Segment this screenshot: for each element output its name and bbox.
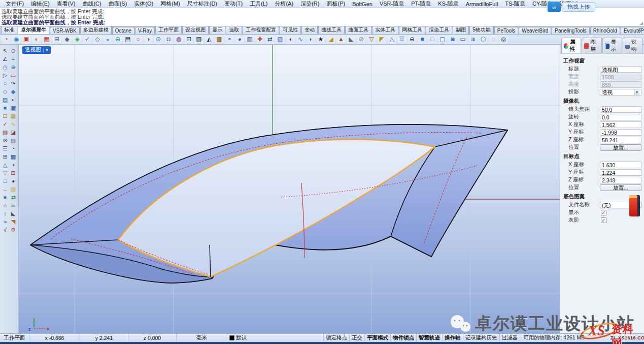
toolbar-icon[interactable]: ◆ — [62, 35, 72, 44]
toolbar-icon[interactable]: ⊖ — [408, 35, 417, 44]
toolbar-tab[interactable]: 变动 — [301, 26, 318, 34]
sidebar-tool-icon[interactable]: △ — [1, 161, 9, 169]
menu-item[interactable]: KS-随意 — [434, 0, 462, 8]
chevron-down-icon[interactable]: ▼ — [634, 89, 639, 95]
prop-value-field[interactable]: 2.348 — [600, 177, 641, 183]
prop-value-field[interactable]: 1508 — [600, 74, 641, 80]
toolbar-icon[interactable]: ▩ — [215, 35, 224, 44]
prop-value-field[interactable]: 0.0 — [600, 114, 641, 120]
toolbar-icon[interactable]: ◖ — [286, 35, 295, 44]
toolbar-icon[interactable]: ◑ — [144, 35, 153, 44]
toolbar-icon[interactable]: ◎ — [499, 35, 508, 44]
toolbar-tab[interactable]: 工作平面 — [155, 26, 182, 34]
sidebar-tool-icon[interactable]: ⊞ — [1, 152, 9, 161]
status-toggle[interactable]: 正交 — [350, 334, 365, 342]
toolbar-icon[interactable]: ⊙ — [154, 35, 163, 44]
sidebar-tool-icon[interactable]: ⌁ — [9, 55, 17, 63]
toolbar-tab[interactable]: 渲染工具 — [426, 26, 452, 34]
toolbar-icon[interactable]: ◘ — [164, 35, 173, 44]
sidebar-tool-icon[interactable]: ⊕ — [9, 63, 17, 71]
toolbar-tab[interactable]: WeaverBird — [519, 27, 551, 34]
toolbar-icon[interactable]: ▣ — [22, 35, 31, 44]
toolbar-icon[interactable]: ∿ — [296, 35, 305, 44]
menu-item[interactable]: 面板(P) — [323, 0, 349, 8]
prop-value-field[interactable]: 1.224 — [600, 169, 641, 176]
toolbar-icon[interactable]: ◌ — [489, 35, 498, 44]
sidebar-tool-icon[interactable]: ⚙ — [9, 226, 17, 234]
sidebar-tool-icon[interactable]: ⊗ — [1, 136, 9, 144]
sidebar-tool-icon[interactable]: ☰ — [1, 144, 9, 152]
sidebar-tool-icon[interactable]: ▭ — [9, 71, 17, 79]
sidebar-tool-icon[interactable]: ∠ — [1, 55, 9, 63]
prop-value-field[interactable]: 58.241 — [600, 137, 641, 143]
sidebar-tool-icon[interactable]: ◆ — [9, 87, 17, 96]
prop-value-field[interactable]: 1.630 — [600, 162, 641, 168]
sidebar-tool-icon[interactable]: ↔ — [1, 185, 9, 193]
sidebar-tool-icon[interactable]: ↖ — [1, 47, 9, 55]
toolbar-tab[interactable]: 网格工具 — [399, 26, 425, 34]
toolbar-icon[interactable]: ▭ — [458, 35, 467, 44]
toolbar-icon[interactable]: ▽ — [367, 35, 376, 44]
sidebar-tool-icon[interactable]: ◔ — [9, 144, 17, 152]
toolbar-icon[interactable]: ★ — [316, 35, 325, 44]
toolbar-tab[interactable]: RhinoGold — [590, 27, 620, 34]
menu-item[interactable]: 曲线(C) — [79, 0, 105, 8]
prop-value-field[interactable]: 859 — [600, 81, 641, 88]
panel-tab-layers[interactable]: 图层 — [582, 38, 601, 53]
menu-item[interactable]: ArmadilloFull — [462, 1, 502, 7]
prop-checkbox[interactable]: ✓ — [601, 217, 606, 223]
toolbar-icon[interactable]: ◈ — [73, 35, 82, 44]
resize-grip-icon[interactable]: ◢ — [640, 21, 643, 25]
sidebar-tool-icon[interactable]: ◷ — [1, 63, 9, 71]
toolbar-tab[interactable]: PanelingTools — [552, 27, 589, 34]
prop-checkbox[interactable]: ✓ — [601, 210, 606, 215]
toolbar-icon[interactable]: ▲ — [336, 35, 346, 44]
menu-item[interactable]: BoltGen — [349, 1, 376, 7]
prop-value-field[interactable]: 透视图 — [600, 66, 641, 73]
prop-value-field[interactable]: 1.562 — [600, 121, 641, 128]
sidebar-tool-icon[interactable]: ◪ — [9, 128, 17, 136]
status-toggle[interactable]: 平面模式 — [365, 334, 391, 342]
menu-item[interactable]: PT-随意 — [408, 0, 434, 8]
toolbar-icon[interactable]: ◢ — [326, 35, 335, 44]
toolbar-tab[interactable]: 制图 — [453, 26, 469, 34]
toolbar-icon[interactable]: ▤ — [123, 35, 132, 44]
status-cell[interactable]: z 0.000 — [128, 334, 177, 342]
sidebar-tool-icon[interactable]: ↷ — [9, 79, 17, 87]
floating-badge-icon[interactable] — [629, 195, 640, 216]
status-toggle[interactable]: 智慧轨迹 — [417, 334, 443, 342]
toolbar-icon[interactable]: ⬡ — [479, 35, 488, 44]
sidebar-tool-icon[interactable]: √ — [1, 226, 9, 234]
upload-widget[interactable]: ∞ 拖拽上传 — [548, 2, 595, 12]
toolbar-icon[interactable]: ◇ — [93, 35, 102, 44]
toolbar-tab[interactable]: V-Ray — [135, 27, 155, 34]
sidebar-tool-icon[interactable]: ★ — [1, 193, 9, 201]
sidebar-tool-icon[interactable]: ▦ — [9, 112, 17, 120]
toolbar-icon[interactable]: ▥ — [245, 35, 254, 44]
sidebar-tool-icon[interactable]: ∿ — [9, 120, 17, 128]
sidebar-tool-icon[interactable]: ◐ — [9, 96, 17, 104]
place-button[interactable]: 放置... — [600, 184, 641, 191]
menu-item[interactable]: 工具(L) — [246, 0, 271, 8]
toolbar-icon[interactable]: ☰ — [397, 35, 406, 44]
sidebar-tool-icon[interactable]: ⊙ — [9, 47, 17, 55]
toolbar-tab[interactable]: 实体工具 — [372, 26, 398, 34]
viewport-canvas[interactable]: z x — [19, 45, 560, 333]
status-cell[interactable]: y 2.241 — [80, 334, 128, 342]
sidebar-tool-icon[interactable]: ▤ — [1, 96, 9, 104]
toolbar-icon[interactable]: ▧ — [194, 35, 204, 44]
sidebar-tool-icon[interactable]: ≈ — [1, 217, 9, 226]
toolbar-icon[interactable]: ✓ — [83, 35, 92, 44]
sidebar-tool-icon[interactable]: ◑ — [9, 161, 17, 169]
toolbar-icon[interactable]: ◕ — [235, 35, 244, 44]
prop-select[interactable]: 透视▼ — [600, 89, 641, 96]
sidebar-tool-icon[interactable]: ▽ — [1, 169, 9, 177]
sidebar-tool-icon[interactable]: ■ — [1, 104, 9, 112]
sidebar-tool-icon[interactable]: ▩ — [9, 152, 17, 161]
toolbar-icon[interactable]: ◉ — [12, 35, 21, 44]
status-cell[interactable]: 工作平面 — [0, 334, 29, 342]
toolbar-icon[interactable]: ◗ — [306, 35, 315, 44]
status-toggle[interactable]: 锁定格点 — [324, 334, 350, 342]
menu-item[interactable]: 尺寸标注(D) — [184, 0, 221, 8]
sidebar-tool-icon[interactable]: ⌂ — [1, 201, 9, 209]
